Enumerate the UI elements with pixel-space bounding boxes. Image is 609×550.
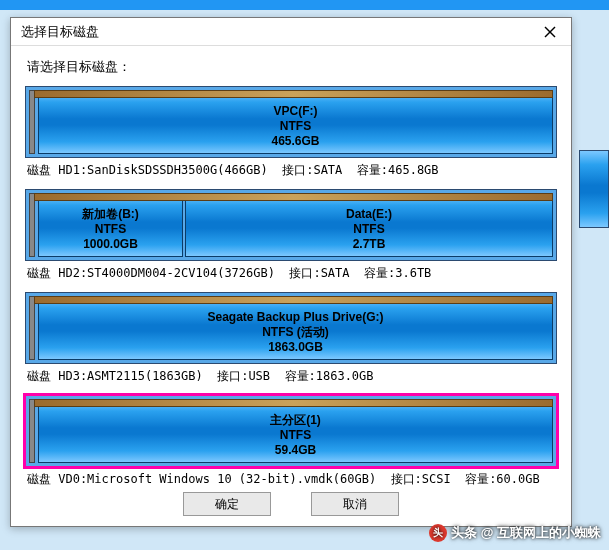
disk-header-strip: [34, 399, 553, 407]
partition-name: 主分区(1): [270, 413, 321, 428]
partition-name: 新加卷(B:): [82, 207, 139, 222]
disk-stub: [29, 193, 35, 257]
partition-data-e[interactable]: Data(E:) NTFS 2.7TB: [185, 193, 553, 257]
disk-row-vd0[interactable]: 主分区(1) NTFS 59.4GB: [25, 395, 557, 467]
partition-primary-1[interactable]: 主分区(1) NTFS 59.4GB: [38, 399, 553, 463]
disk-stub: [29, 90, 35, 154]
background-partition-fragment: [579, 150, 609, 228]
disk-info-hd2: 磁盘 HD2:ST4000DM004-2CV104(3726GB) 接口:SAT…: [27, 265, 557, 282]
disk-header-strip: [34, 296, 553, 304]
partition-seagate-g[interactable]: Seagate Backup Plus Drive(G:) NTFS (活动) …: [38, 296, 553, 360]
disk-stub: [29, 399, 35, 463]
partition-size: 465.6GB: [271, 134, 319, 149]
disk-header-strip: [34, 90, 553, 98]
titlebar: 选择目标磁盘: [11, 18, 571, 46]
partition-name: Seagate Backup Plus Drive(G:): [207, 310, 383, 325]
disk-info-hd3: 磁盘 HD3:ASMT2115(1863GB) 接口:USB 容量:1863.0…: [27, 368, 557, 385]
partition-size: 59.4GB: [275, 443, 316, 458]
partition-size: 1863.0GB: [268, 340, 323, 355]
partition-size: 1000.0GB: [83, 237, 138, 252]
disk-row-hd2[interactable]: 新加卷(B:) NTFS 1000.0GB Data(E:) NTFS 2.7T…: [25, 189, 557, 261]
dialog-title: 选择目标磁盘: [21, 23, 535, 41]
partition-newvol-b[interactable]: 新加卷(B:) NTFS 1000.0GB: [38, 193, 183, 257]
disk-row-hd3[interactable]: Seagate Backup Plus Drive(G:) NTFS (活动) …: [25, 292, 557, 364]
select-target-disk-dialog: 选择目标磁盘 请选择目标磁盘： VPC(F:) NTFS 465.6GB 磁盘 …: [10, 17, 572, 527]
cancel-button[interactable]: 取消: [311, 492, 399, 516]
partition-fs: NTFS: [280, 119, 311, 134]
partition-name: Data(E:): [346, 207, 392, 222]
ok-button[interactable]: 确定: [183, 492, 271, 516]
partition-fs: NTFS: [353, 222, 384, 237]
disk-row-hd1[interactable]: VPC(F:) NTFS 465.6GB: [25, 86, 557, 158]
watermark-text: 头条 @ 互联网上的小蜘蛛: [451, 524, 601, 542]
partition-fs: NTFS (活动): [262, 325, 329, 340]
close-icon: [544, 26, 556, 38]
partition-size: 2.7TB: [353, 237, 386, 252]
partition-vpc-f[interactable]: VPC(F:) NTFS 465.6GB: [38, 90, 553, 154]
disk-info-hd1: 磁盘 HD1:SanDiskSDSSDH3500G(466GB) 接口:SATA…: [27, 162, 557, 179]
prompt-text: 请选择目标磁盘：: [27, 58, 557, 76]
disk-info-vd0: 磁盘 VD0:Microsoft Windows 10 (32-bit).vmd…: [27, 471, 557, 488]
watermark-logo-icon: 头: [429, 524, 447, 542]
partition-fs: NTFS: [280, 428, 311, 443]
disk-stub: [29, 296, 35, 360]
close-button[interactable]: [535, 22, 565, 42]
watermark: 头 头条 @ 互联网上的小蜘蛛: [429, 524, 601, 542]
disk-header-strip: [34, 193, 553, 201]
partition-fs: NTFS: [95, 222, 126, 237]
partition-name: VPC(F:): [274, 104, 318, 119]
